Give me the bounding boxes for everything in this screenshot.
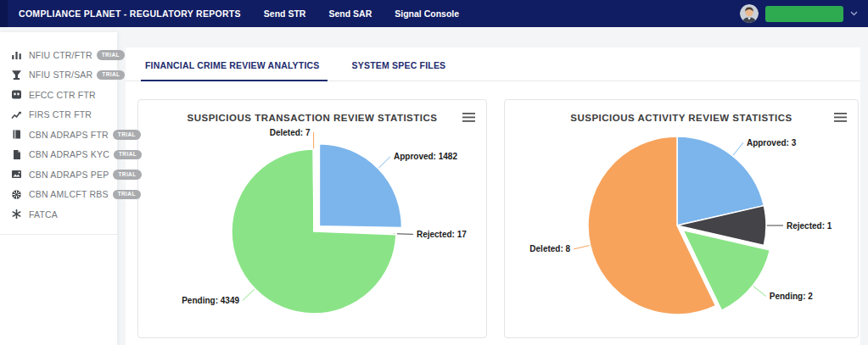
- sidebar-item-label: FATCA: [29, 209, 58, 220]
- pie-label-approved: Approved: 3: [747, 138, 797, 147]
- sidebar-item-label: CBN AMLCFT RBS: [29, 189, 109, 199]
- sidebar: NFIU CTR/FTR TRIAL NFIU STR/SAR TRIAL EF…: [0, 32, 117, 345]
- pie-chart-suspicious-transactions: Approved: 1482Rejected: 17Pending: 4349D…: [138, 100, 486, 337]
- sidebar-item-cbn-amlcft-rbs[interactable]: CBN AMLCFT RBS TRIAL: [0, 185, 117, 205]
- file-icon: [10, 148, 22, 160]
- trial-badge: TRIAL: [114, 150, 142, 160]
- trial-badge: TRIAL: [113, 190, 141, 200]
- funnel-icon: [10, 69, 22, 81]
- charts-row: SUSPICIOUS TRANSACTION REVIEW STATISTICS…: [126, 81, 860, 338]
- label-connector: [733, 142, 743, 155]
- tab-system-spec-files[interactable]: SYSTEM SPEC FILES: [350, 60, 448, 81]
- pie-label-rejected: Rejected: 17: [417, 230, 467, 239]
- sidebar-item-fatca[interactable]: FATCA: [0, 204, 117, 225]
- book-icon: [10, 129, 22, 141]
- main-panel: FINANCIAL CRIME REVIEW ANALYTICS SYSTEM …: [126, 47, 860, 345]
- bar-chart-icon: [10, 49, 22, 61]
- sidebar-item-label: CBN ADRAPS FTR: [29, 130, 109, 140]
- pie-label-pending: Pending: 4349: [182, 296, 239, 305]
- sidebar-item-label: CBN ADRAPS KYC: [29, 149, 109, 159]
- pie-label-approved: Approved: 1482: [394, 152, 457, 161]
- sidebar-item-nfiu-ctr-ftr[interactable]: NFIU CTR/FTR TRIAL: [0, 45, 117, 65]
- hamburger-menu-icon[interactable]: [834, 113, 847, 122]
- sidebar-item-firs-ctr-ftr[interactable]: FIRS CTR FTR: [0, 105, 117, 125]
- chart-card-suspicious-activity: SUSPICIOUS ACTIVITY REVIEW STATISTICS Ap…: [504, 99, 859, 338]
- chevron-down-icon: [850, 11, 858, 16]
- user-menu[interactable]: [740, 4, 858, 23]
- pie-slice-approved[interactable]: [319, 144, 401, 228]
- tab-bar: FINANCIAL CRIME REVIEW ANALYTICS SYSTEM …: [126, 47, 860, 81]
- sidebar-item-cbn-adraps-pep[interactable]: CBN ADRAPS PEP TRIAL: [0, 164, 117, 185]
- label-connector: [753, 287, 766, 297]
- label-connector: [378, 157, 390, 168]
- trial-badge: TRIAL: [113, 170, 141, 180]
- sidebar-item-label: NFIU CTR/FTR: [29, 50, 92, 60]
- nav-signal-console[interactable]: Signal Console: [395, 8, 459, 19]
- sidebar-item-nfiu-str-sar[interactable]: NFIU STR/SAR TRIAL: [0, 65, 117, 86]
- navbar-left-strip: [0, 0, 8, 27]
- trial-badge: TRIAL: [97, 50, 125, 60]
- pie-label-deleted: Deleted: 8: [529, 244, 570, 253]
- pie-label-pending: Pending: 2: [770, 292, 814, 301]
- asterisk-icon: [10, 209, 22, 220]
- sidebar-item-label: EFCC CTR FTR: [29, 90, 96, 100]
- hamburger-menu-icon[interactable]: [462, 113, 475, 122]
- pie-label-deleted: Deleted: 7: [270, 128, 311, 137]
- sidebar-divider: [0, 234, 117, 235]
- sidebar-item-cbn-adraps-ftr[interactable]: CBN ADRAPS FTR TRIAL: [0, 125, 117, 145]
- image-icon: [10, 169, 22, 181]
- sidebar-item-label: FIRS CTR FTR: [29, 109, 92, 120]
- sidebar-item-label: NFIU STR/SAR: [29, 70, 92, 80]
- trial-badge: TRIAL: [113, 130, 141, 140]
- trend-line-icon: [10, 109, 22, 120]
- nav-send-sar[interactable]: Send SAR: [328, 8, 372, 19]
- sidebar-item-efcc-ctr-ftr[interactable]: EFCC CTR FTR: [0, 85, 117, 105]
- pie-label-rejected: Rejected: 1: [787, 221, 832, 231]
- top-navbar: COMPLIANCE PLANET - REGULATORY REPORTS S…: [0, 0, 868, 27]
- terminal-icon: [10, 89, 22, 101]
- sidebar-item-cbn-adraps-kyc[interactable]: CBN ADRAPS KYC TRIAL: [0, 145, 117, 165]
- sidebar-item-label: CBN ADRAPS PEP: [29, 170, 109, 180]
- chart-title: SUSPICIOUS ACTIVITY REVIEW STATISTICS: [505, 113, 858, 123]
- helm-icon: [10, 188, 22, 200]
- chart-card-suspicious-transactions: SUSPICIOUS TRANSACTION REVIEW STATISTICS…: [137, 99, 487, 338]
- tab-financial-crime-review-analytics[interactable]: FINANCIAL CRIME REVIEW ANALYTICS: [143, 60, 322, 81]
- label-connector: [243, 289, 255, 300]
- pie-chart-suspicious-activity: Approved: 3Rejected: 1Pending: 2Deleted:…: [505, 100, 858, 337]
- trial-badge: TRIAL: [97, 70, 125, 81]
- chart-title: SUSPICIOUS TRANSACTION REVIEW STATISTICS: [138, 113, 486, 123]
- label-connector: [574, 246, 590, 249]
- username-redacted: [765, 6, 843, 22]
- app-title: COMPLIANCE PLANET - REGULATORY REPORTS: [19, 8, 241, 19]
- user-avatar: [740, 4, 759, 23]
- pie-slice-deleted[interactable]: [313, 149, 314, 231]
- label-connector: [397, 234, 413, 235]
- nav-send-str[interactable]: Send STR: [264, 8, 306, 19]
